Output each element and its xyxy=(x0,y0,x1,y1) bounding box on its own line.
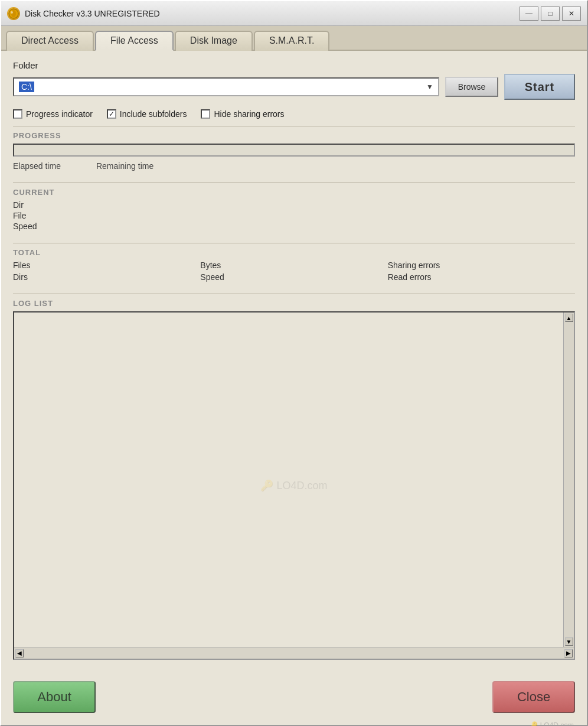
log-watermark: 🔑 LO4D.com xyxy=(260,479,327,492)
progress-bar-container xyxy=(13,144,575,157)
current-info: Dir File Speed xyxy=(13,200,575,231)
total-grid: Files Bytes Sharing errors Dirs Speed Re… xyxy=(13,261,575,282)
close-button[interactable]: Close xyxy=(492,681,575,713)
tab-smart[interactable]: S.M.A.R.T. xyxy=(254,31,329,51)
progress-indicator-checkbox[interactable] xyxy=(13,109,22,119)
log-list-box[interactable]: 🔑 LO4D.com ▲ ▼ ◀ ▶ xyxy=(13,311,575,660)
svg-point-1 xyxy=(11,10,16,17)
folder-dropdown[interactable]: C:\ ▼ xyxy=(13,77,439,96)
elapsed-time-label: Elapsed time xyxy=(13,161,61,171)
total-speed-label: Speed xyxy=(200,272,387,282)
folder-label: Folder xyxy=(13,60,575,70)
log-scrollbar-horizontal[interactable]: ◀ ▶ xyxy=(14,647,574,659)
tab-bar: Direct Access File Access Disk Image S.M… xyxy=(1,26,587,51)
total-title: TOTAL xyxy=(13,248,575,257)
tab-direct-access[interactable]: Direct Access xyxy=(6,31,94,51)
window-title: Disk Checker v3.3 UNREGISTERED xyxy=(25,9,160,18)
minimize-button[interactable]: — xyxy=(520,6,538,21)
title-bar: Disk Checker v3.3 UNREGISTERED — □ ✕ xyxy=(1,1,587,26)
close-window-button[interactable]: ✕ xyxy=(562,6,581,21)
hide-sharing-errors-checkbox[interactable] xyxy=(201,109,210,119)
total-bytes-label: Bytes xyxy=(200,261,387,270)
window-controls: — □ ✕ xyxy=(520,6,581,21)
log-scrollbar-vertical[interactable]: ▲ ▼ xyxy=(563,312,574,647)
folder-value: C:\ xyxy=(19,82,34,92)
options-row: Progress indicator ✓ Include subfolders … xyxy=(13,109,575,119)
scroll-right-button[interactable]: ▶ xyxy=(564,649,573,657)
total-section: TOTAL Files Bytes Sharing errors Dirs Sp… xyxy=(13,243,575,287)
progress-times: Elapsed time Remaining time xyxy=(13,161,575,171)
progress-indicator-option[interactable]: Progress indicator xyxy=(13,109,93,119)
total-dirs-label: Dirs xyxy=(13,272,200,282)
tab-disk-image[interactable]: Disk Image xyxy=(175,31,253,51)
current-title: CURRENT xyxy=(13,188,575,197)
app-icon xyxy=(7,7,20,20)
total-files-label: Files xyxy=(13,261,200,270)
scroll-left-button[interactable]: ◀ xyxy=(15,649,24,657)
about-button[interactable]: About xyxy=(13,681,96,713)
include-subfolders-checkbox[interactable]: ✓ xyxy=(107,109,116,119)
maximize-button[interactable]: □ xyxy=(541,6,560,21)
include-subfolders-option[interactable]: ✓ Include subfolders xyxy=(107,109,187,119)
current-dir-label: Dir xyxy=(13,200,575,210)
chevron-down-icon: ▼ xyxy=(426,83,433,91)
current-section: CURRENT Dir File Speed xyxy=(13,183,575,236)
total-read-errors-label: Read errors xyxy=(388,272,575,282)
progress-section: PROGRESS Elapsed time Remaining time xyxy=(13,126,575,175)
hide-sharing-errors-option[interactable]: Hide sharing errors xyxy=(201,109,284,119)
browse-button[interactable]: Browse xyxy=(445,77,498,97)
progress-title: PROGRESS xyxy=(13,131,575,140)
svg-point-2 xyxy=(11,11,13,14)
start-button[interactable]: Start xyxy=(504,74,575,100)
bottom-watermark: 🔑 LO4D.com xyxy=(0,721,581,726)
tab-file-access[interactable]: File Access xyxy=(95,31,174,51)
scroll-down-button[interactable]: ▼ xyxy=(565,637,573,646)
bottom-bar: About Close xyxy=(1,674,587,725)
remaining-time-label: Remaining time xyxy=(96,161,153,171)
folder-section: Folder C:\ ▼ Browse Start xyxy=(13,60,575,100)
log-list-section: LOG LIST 🔑 LO4D.com ▲ ▼ ◀ ▶ xyxy=(13,294,575,665)
total-sharing-errors-label: Sharing errors xyxy=(388,261,575,270)
main-content: Folder C:\ ▼ Browse Start Progress indic… xyxy=(1,51,587,674)
scroll-up-button[interactable]: ▲ xyxy=(565,314,573,322)
current-speed-label: Speed xyxy=(13,222,575,231)
log-list-title: LOG LIST xyxy=(13,299,575,308)
folder-row: C:\ ▼ Browse Start xyxy=(13,74,575,100)
current-file-label: File xyxy=(13,211,575,220)
